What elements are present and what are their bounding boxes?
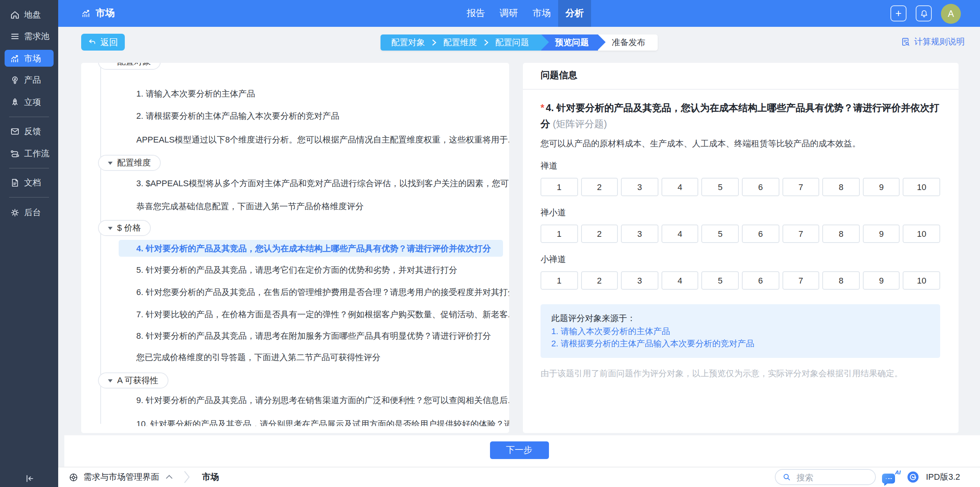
question-list-scroll[interactable]: 配置对象 1. 请输入本次要分析的主体产品 2. 请根据要分析的主体产品输入本次… (81, 62, 509, 426)
tab-report[interactable]: 报告 (459, 0, 492, 27)
rating-cell[interactable]: 6 (742, 178, 779, 196)
workspace-selector[interactable]: 需求与市场管理界面 (68, 472, 172, 483)
sidebar-item-feedback[interactable]: 反馈 (0, 121, 58, 143)
list-item[interactable]: 5. 针对要分析的产品及其竞品，请思考它们在定价方面的优势和劣势，并对其进行打分 (81, 259, 509, 281)
bulb-icon (10, 75, 20, 85)
step-configure-question[interactable]: 配置问题 (495, 36, 529, 48)
source-link[interactable]: 2. 请根据要分析的主体产品输入本次要分析的竞对产品 (551, 337, 929, 350)
rating-cell[interactable]: 8 (823, 271, 860, 290)
step-ready-publish[interactable]: 准备发布 (598, 34, 658, 50)
next-step-button[interactable]: 下一步 (490, 441, 549, 459)
sidebar-item-demand-pool[interactable]: 需求池 (0, 26, 58, 48)
rating-scale-row: 1 2 3 4 5 6 7 8 9 10 (541, 178, 940, 196)
rating-cell[interactable]: 7 (782, 178, 819, 196)
sidebar-item-market[interactable]: 市场 (5, 50, 54, 67)
section-pill-configure-object[interactable]: 配置对象 (81, 62, 161, 69)
tab-market[interactable]: 市场 (525, 0, 558, 27)
sidebar-item-workflow[interactable]: 工作流 (0, 143, 58, 164)
back-arrow-icon (88, 38, 96, 46)
rating-cell[interactable]: 3 (621, 225, 658, 243)
rating-cell[interactable]: 3 (621, 178, 658, 196)
list-item[interactable]: 8. 针对要分析的产品及其竞品，请思考在附加服务方面哪些产品具有明显优势？请进行… (81, 325, 509, 347)
feedback-mail-icon (10, 126, 20, 136)
rating-cell[interactable]: 5 (702, 271, 739, 290)
rating-cell[interactable]: 4 (662, 271, 699, 290)
list-item[interactable]: 您已完成价格维度的引导答题，下面进入第二节产品可获得性评分 (81, 347, 509, 369)
sidebar-item-home[interactable]: 地盘 (0, 4, 58, 26)
rating-cell[interactable]: 5 (702, 225, 739, 243)
section-pill-availability[interactable]: A 可获得性 (81, 372, 168, 389)
sidebar-divider (9, 197, 49, 198)
caret-down-icon (108, 161, 113, 164)
list-item[interactable]: 10. 针对要分析的产品及其竞品，请分别思考在产品展示及试用方面的是否给用户提供… (81, 413, 509, 426)
rating-cell[interactable]: 1 (541, 225, 578, 243)
topbar: 市场 报告 调研 市场 分析 + A (58, 0, 980, 27)
rating-cell[interactable]: 9 (863, 225, 900, 243)
list-item[interactable]: 3. $APPEALS模型将从多个方面对主体产品和竞对产品进行综合评估，以找到客… (81, 172, 509, 194)
sidebar-divider (9, 116, 49, 117)
product-logo-icon[interactable] (907, 471, 920, 484)
list-item[interactable]: 9. 针对要分析的产品及其竞品，请分别思考在销售渠道方面的广泛和便利性？您可以查… (81, 390, 509, 412)
rating-target-label: 禅小道 (541, 207, 940, 218)
list-item[interactable]: 6. 针对您要分析的产品及其竞品，在售后的管理维护费用是否合理？请思考用户的接受… (81, 281, 509, 303)
rating-cell[interactable]: 3 (621, 271, 658, 290)
tab-analysis[interactable]: 分析 (558, 0, 591, 27)
rules-doc-search-icon (900, 37, 910, 47)
rating-cell[interactable]: 8 (823, 178, 860, 196)
rating-cell[interactable]: 10 (903, 271, 940, 290)
breadcrumb-separator-icon (184, 471, 190, 484)
breadcrumb-current: 市场 (202, 472, 219, 483)
step-configure-dimension[interactable]: 配置维度 (443, 36, 477, 48)
rating-cell[interactable]: 9 (863, 271, 900, 290)
sidebar-collapse-button[interactable] (0, 473, 58, 483)
ai-assistant-button[interactable]: AI (882, 471, 901, 484)
back-button[interactable]: 返回 (81, 34, 125, 51)
sidebar-item-label: 立项 (24, 96, 41, 108)
list-item-selected[interactable]: 4. 针对要分析的产品及其竞品，您认为在成本结构上哪些产品具有优势？请进行评价并… (81, 238, 509, 259)
rating-cell[interactable]: 9 (863, 178, 900, 196)
section-pill-price[interactable]: $ 价格 (81, 220, 151, 236)
step-preview-question-current[interactable]: 预览问题 (541, 34, 598, 50)
list-item[interactable]: 1. 请输入本次要分析的主体产品 (81, 83, 509, 105)
rating-cell[interactable]: 7 (782, 225, 819, 243)
caret-down-icon (108, 226, 113, 230)
sidebar-item-docs[interactable]: 文档 (0, 172, 58, 194)
rating-cell[interactable]: 1 (541, 271, 578, 290)
list-item[interactable]: APPEALS模型通过以下8个维度进行分析。您可以根据产品情况自主配置维度权重，… (81, 129, 509, 151)
avatar[interactable]: A (941, 3, 961, 23)
market-chart-icon (81, 8, 91, 18)
rating-cell[interactable]: 4 (662, 178, 699, 196)
sidebar-item-label: 后台 (24, 207, 41, 218)
tab-research[interactable]: 调研 (492, 0, 525, 27)
rating-cell[interactable]: 2 (581, 225, 618, 243)
notifications-button[interactable] (916, 5, 932, 21)
bottom-right-tools: AI IPD版3.2 (775, 469, 960, 485)
rating-cell[interactable]: 10 (903, 225, 940, 243)
wizard-steps: 配置对象 配置维度 配置问题 预览问题 准备发布 (381, 34, 658, 50)
rating-cell[interactable]: 8 (823, 225, 860, 243)
rating-cell[interactable]: 2 (581, 178, 618, 196)
sidebar-item-initiation[interactable]: 立项 (0, 91, 58, 113)
add-button[interactable]: + (890, 5, 906, 21)
sidebar-item-product[interactable]: 产品 (0, 69, 58, 91)
calc-rules-link[interactable]: 计算规则说明 (900, 36, 965, 48)
rating-cell[interactable]: 7 (782, 271, 819, 290)
list-item[interactable]: 7. 针对要比较的产品，在价格方面是否具有一定的弹性？例如根据客户购买数量、促销… (81, 303, 509, 325)
section-pill-configure-dimension[interactable]: 配置维度 (81, 155, 161, 171)
list-item[interactable]: 2. 请根据要分析的主体产品输入本次要分析的竞对产品 (81, 105, 509, 127)
rating-cell[interactable]: 10 (903, 178, 940, 196)
step-configure-object[interactable]: 配置对象 (391, 36, 425, 48)
rating-cell[interactable]: 1 (541, 178, 578, 196)
list-item[interactable]: 恭喜您完成基础信息配置，下面进入第一节产品价格维度评分 (81, 195, 509, 217)
rating-cell[interactable]: 2 (581, 271, 618, 290)
version-label: IPD版3.2 (926, 472, 960, 483)
rating-scale-row: 1 2 3 4 5 6 7 8 9 10 (541, 225, 940, 243)
rating-cell[interactable]: 4 (662, 225, 699, 243)
rating-cell[interactable]: 6 (742, 225, 779, 243)
rating-cell[interactable]: 5 (702, 178, 739, 196)
question-info-panel: 问题信息 *4. 针对要分析的产品及其竞品，您认为在成本结构上哪些产品具有优势？… (523, 62, 959, 433)
source-link[interactable]: 1. 请输入本次要分析的主体产品 (551, 325, 929, 337)
sidebar-item-admin[interactable]: 后台 (0, 202, 58, 223)
search-input[interactable] (795, 472, 869, 483)
rating-cell[interactable]: 6 (742, 271, 779, 290)
